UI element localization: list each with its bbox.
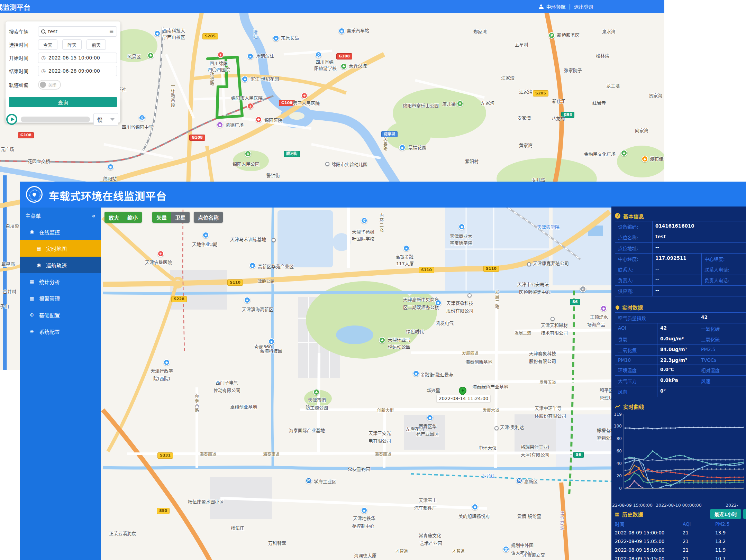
zoom-in-button[interactable]: 放大	[104, 212, 123, 223]
sidebar-item-stats-analysis[interactable]: ▦统计分析	[20, 273, 101, 290]
map-label: 天津行政学	[151, 369, 173, 374]
daybefore-button[interactable]: 前天	[87, 39, 106, 50]
yesterday-button[interactable]: 昨天	[62, 39, 82, 50]
layer-toggle[interactable]: 矢量 卫星	[152, 212, 190, 223]
bus-icon: ◉	[338, 28, 345, 34]
cell-value: 2022-08-09 15:00:00	[615, 530, 683, 535]
playback-slider[interactable]	[21, 117, 90, 122]
map-label: 规划中外国	[511, 543, 534, 548]
query-button[interactable]: 查询	[9, 97, 117, 107]
sidebar-item-system-config[interactable]: ⊕系统配置	[20, 323, 101, 340]
field-value: 84.0ug/m³	[657, 345, 698, 355]
select-time-label: 选择时间	[9, 41, 38, 48]
vehicle-search-input[interactable]: test ≡	[38, 26, 117, 37]
vehicle-pin-time: 2022-08-14 11:24:00	[437, 395, 490, 402]
hospital-icon: +	[301, 92, 308, 99]
zoom-controls[interactable]: 放大 缩小	[104, 212, 142, 223]
map-label: 众友垂钓园	[348, 467, 370, 472]
table-row: 2022-08-09 15:15:002110.721.0	[615, 554, 746, 560]
sidebar-item-basic-config[interactable]: ⊕基础配置	[20, 306, 101, 323]
svg-text:80: 80	[617, 436, 622, 441]
last-hour-button[interactable]: 最近1小时	[710, 509, 741, 519]
field-value: --	[653, 264, 702, 275]
map-label: 苑控制中心	[352, 524, 374, 529]
cropped-range-button[interactable]	[743, 509, 746, 519]
park-icon: ♣	[621, 150, 627, 156]
map-label: 喜乐汽车站	[347, 28, 369, 33]
field-label: 相对湿度	[698, 365, 746, 375]
history-table: 时间AQIPM2.5PM102022-08-09 15:00:002113.92…	[615, 520, 746, 560]
end-time-input[interactable]: ◷ 2022-06-28 09:00:00	[38, 66, 117, 76]
ring-icon	[527, 262, 531, 266]
start-time-input[interactable]: ◷ 2022-06-15 10:00:00	[38, 53, 117, 63]
map-label: 中环天仪	[479, 446, 497, 450]
chevron-down-icon	[110, 118, 115, 121]
field-label: 供应商:	[615, 286, 653, 296]
map-label: 汪家湾	[501, 76, 515, 81]
map-label: 格瑞果汁工业(	[521, 445, 549, 450]
play-button[interactable]	[6, 114, 17, 125]
zoom-out-button[interactable]: 缩小	[123, 212, 142, 223]
map-label: 海泰西路	[194, 394, 199, 413]
point-name-toggle[interactable]: 点位名称	[194, 212, 223, 223]
map-label: 西门子电气	[216, 380, 238, 385]
satellite-button[interactable]: 卫星	[171, 212, 190, 223]
cell-value: 13.2	[715, 539, 746, 544]
sidebar-item-online-monitor[interactable]: ◉在线监控	[20, 223, 101, 240]
map-label: G108	[189, 135, 205, 141]
map-label: 绵阳医院	[264, 118, 282, 123]
school-icon: 文	[361, 217, 367, 224]
map-label: 瀑布佳境	[650, 157, 664, 162]
logout-link[interactable]: 退出登录	[574, 3, 593, 10]
map-label: 绵阳站	[103, 176, 117, 181]
map2-tianjin[interactable]: +天津农垦医院▪天地伟业3期天津马术训练基地▪高新区华苑产业区S110津静公路S…	[101, 208, 611, 560]
basic-info-header: i 基本信息	[611, 211, 746, 220]
map-label: 3-号线	[482, 474, 494, 479]
field-label: 联系人电话:	[702, 264, 746, 275]
win2-header: 车载式环境在线监测平台	[20, 182, 746, 208]
service-icon: P	[548, 32, 555, 39]
today-button[interactable]: 今天	[38, 39, 57, 50]
sidebar-item-label: 实时地图	[46, 245, 67, 252]
point-names-button[interactable]: 点位名称	[194, 212, 223, 223]
map-label: 八龙村	[552, 116, 565, 121]
grad-icon: ◆	[154, 30, 161, 37]
map-label: 天津马术训练基地	[230, 237, 266, 242]
cell-value: 11.9	[715, 547, 746, 553]
map-label: 阳旅游学校	[314, 66, 337, 71]
sidebar: 主菜单 « ◉在线监控▦实时地图◉巡航轨迹▦统计分析▦报警管理⊕基础配置⊕系统配…	[20, 208, 101, 560]
vector-button[interactable]: 矢量	[152, 212, 171, 223]
map-label: 发展三道	[515, 331, 531, 336]
menu-title: 主菜单	[25, 212, 41, 219]
map-label: 球运动公园	[388, 345, 410, 349]
platform-title: 车载式环境在线监测平台	[49, 188, 167, 203]
line-chart-icon	[615, 404, 620, 409]
speed-select[interactable]: 慢	[93, 113, 118, 126]
map-label: 津沧高速	[560, 511, 564, 531]
sidebar-item-alarm-manage[interactable]: ▦报警管理	[20, 290, 101, 306]
vehicle-list-button[interactable]: ≡	[106, 27, 117, 36]
map-label: 蓝海科技园	[260, 349, 282, 354]
map-label: 发展六道	[483, 408, 499, 413]
field-label: 中心纬度:	[702, 254, 746, 264]
field-value: 22.3μg/m³	[657, 356, 698, 365]
school-icon: 文	[503, 546, 509, 552]
username[interactable]: 中环领航	[546, 3, 566, 10]
map-label: 沈家坝	[381, 131, 398, 137]
collapse-icon[interactable]: «	[92, 212, 95, 219]
map-label: 汽车部件厂	[414, 506, 437, 511]
info-icon: i	[615, 213, 620, 219]
sidebar-item-realtime-map[interactable]: ▦实时地图	[20, 240, 101, 257]
map-label: 天津华苑枫	[352, 230, 374, 235]
map-label: 天津玉土	[419, 498, 437, 503]
svg-text:0: 0	[619, 486, 622, 491]
metro-icon: M	[516, 477, 522, 484]
cell-value: 2022-08-09 15:10:00	[615, 547, 683, 553]
field-label: 联系人:	[615, 264, 653, 275]
sidebar-item-label: 报警管理	[39, 295, 60, 302]
stats-analysis-icon: ▦	[29, 279, 35, 284]
map-label: 正荣云溪润宸	[109, 531, 136, 536]
field-label: PM2.5	[698, 345, 746, 355]
track-correct-toggle[interactable]: 关闭	[38, 80, 61, 90]
sidebar-item-cruise-track[interactable]: ◉巡航轨迹	[20, 257, 101, 273]
